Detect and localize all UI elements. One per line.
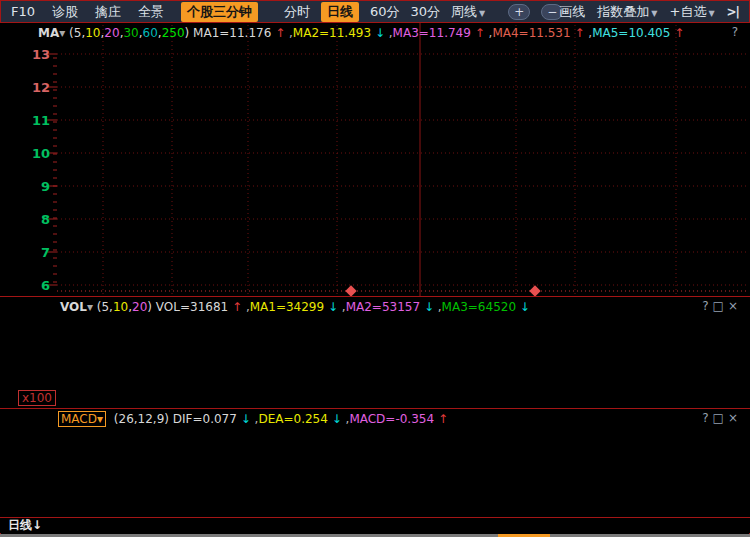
trend-arrow-icon: ↓ [237, 412, 251, 426]
param-10: 10 [113, 300, 128, 314]
chevron-down-icon: ▼ [479, 9, 485, 18]
promo-button[interactable]: 个股三分钟 [181, 2, 258, 22]
svg-text:9: 9 [41, 179, 50, 194]
chevron-down-icon: ▾ [59, 26, 69, 40]
chevron-down-icon: ▼ [708, 9, 714, 18]
menu-item-1[interactable]: 诊股 [52, 3, 78, 21]
chevron-down-icon: ▾ [87, 300, 97, 314]
comma: , [385, 26, 393, 40]
period-tab-2[interactable]: 60分 [370, 3, 400, 21]
toolbar: F10诊股擒庄全景个股三分钟 分时日线60分30分周线▼+− 画线 指数叠加▼ … [1, 1, 749, 23]
indicator-value: DEA=0.254 [258, 412, 327, 426]
param-10: 10 [85, 26, 100, 40]
toolbar-right-group: 画线 指数叠加▼ +自选▼ >| [559, 3, 739, 21]
indicator-value: MA5=10.405 [592, 26, 670, 40]
volume-unit-label: x100 [18, 390, 56, 406]
indicator-value: MACD=-0.354 [349, 412, 434, 426]
trend-arrow-icon: ↑ [228, 300, 242, 314]
toolbar-menu-group: F10诊股擒庄全景个股三分钟 [1, 2, 258, 22]
period-indicator[interactable]: 日线↓ [8, 518, 42, 533]
trend-arrow-icon: ↓ [324, 300, 338, 314]
trend-arrow-icon: ↑ [471, 26, 485, 40]
indicator-value: DIF=0.077 [173, 412, 237, 426]
period-tab-1[interactable]: 日线 [321, 2, 359, 22]
period-tab-4[interactable]: 周线▼ [451, 3, 485, 21]
comma: , [585, 26, 593, 40]
indicator-value: MA1=11.176 [193, 26, 271, 40]
menu-item-2[interactable]: 擒庄 [95, 3, 121, 21]
indicator-value: MA4=11.531 [492, 26, 570, 40]
menu-item-0[interactable]: F10 [11, 4, 35, 19]
svg-text:6: 6 [41, 278, 50, 293]
add-watchlist-dropdown[interactable]: +自选▼ [670, 3, 715, 21]
macd-pane[interactable]: MACD▾ (26,12,9) DIF=0.077 ↓ ,DEA=0.254 ↓… [0, 409, 750, 517]
indicator-value: MA2=53157 [346, 300, 420, 314]
volume-pane-icons[interactable]: ?□× [702, 299, 742, 313]
price-pane-icons[interactable]: ? [732, 25, 742, 39]
paren: ) [147, 300, 156, 314]
volume-pane[interactable]: VOL▾ (5,10,20) VOL=31681 ↑ ,MA1=34299 ↓ … [0, 297, 750, 408]
period-button-group: 分时日线60分30分周线▼+− [284, 2, 563, 22]
chevron-down-icon: ▼ [651, 9, 657, 18]
period-tab-3[interactable]: 30分 [411, 3, 441, 21]
collapse-panel-icon[interactable]: >| [727, 5, 739, 19]
svg-text:10: 10 [32, 146, 50, 161]
vol-indicator-row: VOL▾ (5,10,20) VOL=31681 ↑ ,MA1=34299 ↓ … [60, 299, 530, 314]
trend-arrow-icon: ↑ [670, 26, 684, 40]
trend-arrow-icon: ↓ [371, 26, 385, 40]
index-overlay-dropdown[interactable]: 指数叠加▼ [597, 3, 657, 21]
indicator-selector[interactable]: MACD▾ [58, 411, 106, 427]
macd-indicator-row: MACD▾ (26,12,9) DIF=0.077 ↓ ,DEA=0.254 ↓… [58, 411, 448, 426]
volume-chart[interactable] [0, 297, 750, 408]
trend-arrow-icon: ↑ [571, 26, 585, 40]
trend-arrow-icon: ↑ [271, 26, 285, 40]
comma: , [338, 300, 346, 314]
param-60: 60 [143, 26, 158, 40]
indicator-value: MA2=11.493 [293, 26, 371, 40]
param-20: 20 [104, 26, 119, 40]
macd-pane-icons[interactable]: ?□× [702, 411, 742, 425]
indicator-value: VOL=31681 [156, 300, 228, 314]
param-5: 5 [101, 300, 109, 314]
param-250: 250 [162, 26, 185, 40]
indicator-value: MA3=11.749 [393, 26, 471, 40]
indicator-selector[interactable]: MA [38, 26, 59, 40]
param-30: 30 [123, 26, 138, 40]
svg-text:12: 12 [32, 80, 50, 95]
svg-text:8: 8 [41, 212, 50, 227]
stock-app-window: F10诊股擒庄全景个股三分钟 分时日线60分30分周线▼+− 画线 指数叠加▼ … [0, 0, 750, 537]
candlestick-chart[interactable]: 131211109876 [0, 23, 750, 296]
trend-arrow-icon: ↓ [516, 300, 530, 314]
indicator-selector[interactable]: VOL [60, 300, 87, 314]
svg-text:7: 7 [41, 245, 50, 260]
comma: , [434, 300, 442, 314]
draw-line-button[interactable]: 画线 [559, 3, 585, 21]
period-tab-0[interactable]: 分时 [284, 3, 310, 21]
param-20: 20 [132, 300, 147, 314]
ma-indicator-row: MA▾ (5,10,20,30,60,250) MA1=11.176 ↑ ,MA… [38, 25, 684, 40]
indicator-value: MA3=64520 [442, 300, 516, 314]
comma: , [285, 26, 293, 40]
trend-arrow-icon: ↓ [420, 300, 434, 314]
indicator-value: MA1=34299 [250, 300, 324, 314]
trend-arrow-icon: ↑ [434, 412, 448, 426]
menu-item-3[interactable]: 全景 [138, 3, 164, 21]
paren: ) [185, 26, 194, 40]
trend-arrow-icon: ↓ [328, 412, 342, 426]
zoom-in-button[interactable]: + [508, 4, 530, 20]
comma: , [242, 300, 250, 314]
svg-text:11: 11 [32, 113, 50, 128]
svg-text:13: 13 [32, 47, 50, 62]
price-chart-pane[interactable]: 131211109876 MA▾ (5,10,20,30,60,250) MA1… [0, 23, 750, 296]
indicator-params: (26,12,9) [110, 412, 173, 426]
time-axis-bar: 日线↓ [0, 518, 750, 533]
